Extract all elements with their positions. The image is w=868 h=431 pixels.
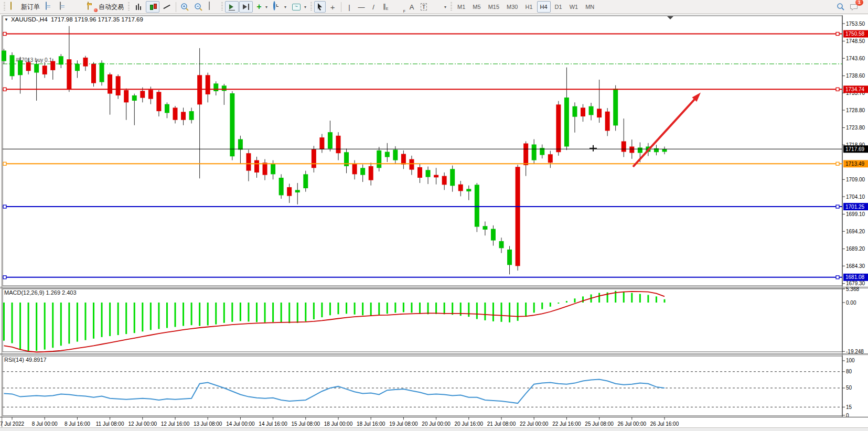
signals-button[interactable]	[71, 1, 84, 13]
candle-body-down	[173, 107, 178, 120]
bar-chart-button[interactable]	[132, 1, 145, 13]
fibonacci-tool-button[interactable]	[392, 1, 405, 13]
shapes-tool-button[interactable]: ▾	[430, 1, 448, 13]
macd-histogram-bar	[215, 303, 217, 325]
candle-body-down	[442, 176, 447, 185]
hline-handle[interactable]	[836, 88, 839, 91]
timeframe-H1[interactable]: H1	[522, 1, 535, 13]
tile-windows-button[interactable]	[206, 1, 219, 13]
search-button[interactable]	[834, 1, 847, 13]
timeframe-M1[interactable]: M1	[454, 1, 468, 13]
toolbar-drag-handle[interactable]	[128, 2, 130, 12]
timeframe-M30[interactable]: M30	[503, 1, 521, 13]
cursor-tool-button[interactable]	[314, 1, 326, 13]
time-tick-label[interactable]: 26 Jul 00:00	[618, 421, 647, 427]
tile-windows-icon	[208, 2, 217, 12]
macd-tick-label: 5.368	[846, 286, 859, 292]
indicators-button[interactable]: +▾	[253, 1, 270, 13]
hline-handle[interactable]	[3, 162, 6, 165]
crosshair-tool-button[interactable]: +	[326, 1, 339, 13]
line-chart-button[interactable]	[160, 1, 174, 13]
toolbar-drag-handle[interactable]	[221, 2, 223, 12]
text-tool-button[interactable]: A	[406, 1, 417, 13]
auto-scroll-button[interactable]	[225, 1, 239, 13]
hline-handle[interactable]	[836, 162, 839, 165]
macd-histogram-bar	[394, 303, 396, 313]
trendline-tool-button[interactable]: /	[368, 1, 379, 13]
timeframe-M15[interactable]: M15	[485, 1, 502, 13]
time-tick-label[interactable]: 11 Jul 08:00	[96, 421, 124, 427]
zoom-in-button[interactable]	[178, 1, 191, 13]
time-tick-label[interactable]: 21 Jul 08:00	[487, 421, 516, 427]
macd-histogram-bar	[468, 303, 469, 317]
toolbar-drag-handle[interactable]	[310, 2, 312, 12]
time-tick-label[interactable]: 22 Jul 00:00	[520, 421, 549, 427]
candlestick-chart-button[interactable]	[146, 1, 159, 13]
hline-handle[interactable]	[836, 205, 839, 208]
hline-handle[interactable]	[3, 33, 6, 36]
hline-handle[interactable]	[3, 205, 6, 208]
chart-canvas[interactable]: #67013 buy 0.11753.501748.501743.601738.…	[0, 14, 868, 431]
time-tick-label[interactable]: 26 Jul 16:00	[650, 421, 679, 427]
hline-handle[interactable]	[836, 276, 839, 279]
hline-handle[interactable]	[3, 88, 6, 91]
time-tick-label[interactable]: 18 Jul 16:00	[357, 421, 385, 427]
candle-body-down	[621, 141, 626, 152]
terminal-button[interactable]	[57, 1, 70, 13]
timeframe-D1[interactable]: D1	[552, 1, 565, 13]
auto-trading-button[interactable]: 自动交易	[85, 1, 126, 13]
candlestick-chart-icon	[148, 2, 157, 12]
toolbar-drag-handle[interactable]	[451, 2, 452, 12]
candle-body-up	[564, 98, 569, 147]
channel-tool-button[interactable]: ∥E	[380, 1, 391, 13]
market-watch-button[interactable]	[42, 1, 56, 13]
vertical-line-tool-button[interactable]: |	[344, 1, 355, 13]
timeframe-H4[interactable]: H4	[537, 1, 551, 13]
macd-histogram-bar	[403, 303, 404, 312]
time-tick-label[interactable]: 22 Jul 16:00	[552, 421, 581, 427]
time-tick-label[interactable]: 8 Jul 00:00	[32, 421, 58, 427]
time-tick-label[interactable]: 14 Jul 00:00	[226, 421, 255, 427]
macd-histogram-bar	[68, 303, 70, 343]
price-tick-label: 1699.10	[846, 211, 865, 217]
market-watch-icon	[45, 2, 54, 12]
candle-body-down	[597, 109, 602, 117]
label-tool-button[interactable]: T	[418, 1, 430, 13]
price-tick-label: 1743.60	[846, 56, 865, 61]
time-tick-label[interactable]: 20 Jul 00:00	[422, 421, 451, 427]
time-tick-label[interactable]: 7 Jul 2022	[0, 421, 25, 427]
time-tick-label[interactable]: 20 Jul 16:00	[455, 421, 484, 427]
candle-body-up	[483, 226, 487, 230]
time-tick-label[interactable]: 13 Jul 08:00	[194, 421, 222, 427]
timeframe-W1[interactable]: W1	[566, 1, 582, 13]
zoom-out-icon	[194, 3, 203, 12]
collapse-triangle-icon[interactable]: ▼	[4, 17, 8, 22]
chart-shift-button[interactable]	[239, 1, 253, 13]
time-tick-label[interactable]: 8 Jul 16:00	[65, 421, 90, 427]
horizontal-line-tool-button[interactable]: —	[356, 1, 367, 13]
toolbar-drag-handle[interactable]	[4, 2, 5, 12]
hline-handle[interactable]	[836, 33, 839, 36]
timeframe-MN[interactable]: MN	[582, 1, 597, 13]
time-tick-label[interactable]: 18 Jul 00:00	[324, 421, 353, 427]
timeframe-M5[interactable]: M5	[469, 1, 484, 13]
zoom-out-button[interactable]	[192, 1, 205, 13]
hline-handle[interactable]	[3, 276, 6, 279]
notifications-button[interactable]: 1	[848, 1, 861, 13]
time-tick-label[interactable]: 19 Jul 08:00	[389, 421, 418, 427]
macd-histogram-bar	[142, 303, 143, 331]
macd-histogram-bar	[288, 303, 290, 323]
time-tick-label[interactable]: 12 Jul 00:00	[128, 421, 157, 427]
macd-tick-label: 0.00	[846, 300, 856, 306]
time-tick-label[interactable]: 25 Jul 08:00	[585, 421, 614, 427]
periods-button[interactable]: ▾	[270, 1, 288, 13]
auto-trading-label: 自动交易	[99, 3, 124, 12]
templates-button[interactable]: ~▾	[289, 1, 308, 13]
time-tick-label[interactable]: 12 Jul 16:00	[161, 421, 190, 427]
new-order-button[interactable]: 新订单	[7, 1, 42, 13]
candle-body-down	[581, 107, 585, 116]
macd-histogram-bar	[191, 303, 192, 325]
time-tick-label[interactable]: 15 Jul 08:00	[292, 421, 320, 427]
candle-body-down	[140, 91, 145, 98]
time-tick-label[interactable]: 14 Jul 16:00	[259, 421, 287, 427]
